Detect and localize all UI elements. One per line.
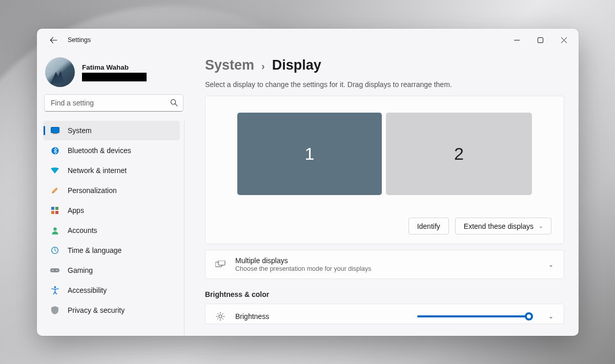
user-email-redacted [82, 73, 147, 81]
network-icon [50, 166, 59, 175]
personalization-icon [50, 186, 59, 195]
time-icon [50, 246, 59, 255]
bluetooth-icon [50, 146, 59, 155]
app-title: Settings [68, 36, 91, 44]
svg-point-1 [171, 99, 175, 104]
sidebar-item-label: Apps [68, 206, 84, 215]
svg-rect-3 [53, 134, 57, 134]
sidebar-item-privacy[interactable]: Privacy & security [43, 301, 180, 320]
identify-button[interactable]: Identify [408, 218, 449, 234]
sidebar-item-gaming[interactable]: Gaming [43, 261, 180, 280]
accessibility-icon [50, 286, 59, 295]
search-box[interactable] [44, 94, 183, 112]
brightness-slider[interactable] [417, 315, 530, 317]
page-subtext: Select a display to change the settings … [205, 80, 564, 89]
sidebar-item-personalization[interactable]: Personalization [43, 181, 180, 200]
sidebar-item-label: Time & language [68, 246, 121, 254]
monitor-canvas[interactable]: 1 2 [218, 113, 551, 195]
svg-rect-2 [51, 127, 59, 133]
sidebar-item-accessibility[interactable]: Accessibility [43, 281, 180, 300]
svg-rect-5 [51, 207, 54, 210]
display-arrangement-panel: 1 2 Identify Extend these displays ⌄ [205, 96, 564, 244]
system-icon [50, 126, 59, 135]
extend-label: Extend these displays [464, 222, 534, 230]
page-title: Display [272, 57, 321, 73]
sidebar-item-label: Gaming [68, 266, 93, 274]
svg-rect-17 [218, 261, 225, 265]
titlebar: Settings [37, 29, 579, 51]
chevron-down-icon: ⌄ [548, 313, 554, 320]
multiple-displays-icon [215, 261, 226, 269]
sidebar-item-label: Accessibility [68, 286, 107, 294]
close-icon [561, 37, 567, 43]
sidebar-item-label: System [68, 126, 92, 135]
svg-point-14 [56, 270, 57, 271]
gaming-icon [50, 266, 59, 275]
nav-list: System Bluetooth & devices Network & int… [43, 121, 184, 336]
sidebar-item-accounts[interactable]: Accounts [43, 221, 180, 240]
svg-rect-8 [55, 211, 58, 214]
svg-point-9 [53, 227, 56, 230]
brightness-label: Brightness [235, 312, 269, 320]
sidebar-item-label: Network & internet [68, 166, 127, 175]
svg-point-18 [219, 315, 222, 318]
apps-icon [50, 206, 59, 215]
sidebar-item-system[interactable]: System [43, 121, 180, 140]
svg-rect-7 [51, 211, 54, 214]
minimize-button[interactable] [505, 32, 528, 48]
user-name: Fatima Wahab [82, 63, 147, 71]
card-title: Multiple displays [235, 256, 371, 265]
sidebar-item-label: Accounts [68, 226, 97, 234]
brightness-card[interactable]: Brightness ⌄ [205, 304, 564, 324]
settings-window: Settings Fatima Wahab [37, 29, 579, 336]
sidebar-item-time[interactable]: Time & language [43, 241, 180, 260]
svg-rect-6 [55, 207, 58, 210]
main-content: System › Display Select a display to cha… [191, 51, 579, 336]
avatar [45, 57, 75, 87]
arrow-left-icon [50, 36, 57, 44]
sidebar-item-apps[interactable]: Apps [43, 201, 180, 220]
chevron-down-icon: ⌄ [548, 261, 554, 268]
sidebar-item-label: Privacy & security [68, 306, 125, 314]
maximize-button[interactable] [528, 32, 552, 48]
privacy-icon [50, 306, 59, 315]
back-button[interactable] [46, 33, 60, 47]
monitor-2[interactable]: 2 [386, 113, 532, 195]
multiple-displays-card[interactable]: Multiple displays Choose the presentatio… [205, 250, 564, 279]
accounts-icon [50, 226, 59, 235]
sidebar-item-bluetooth[interactable]: Bluetooth & devices [43, 141, 180, 160]
breadcrumb: System › Display [205, 57, 564, 73]
card-subtitle: Choose the presentation mode for your di… [235, 265, 371, 272]
close-button[interactable] [552, 32, 576, 48]
search-input[interactable] [44, 94, 183, 112]
monitor-1[interactable]: 1 [237, 113, 382, 195]
minimize-icon [514, 37, 520, 43]
sidebar-item-label: Bluetooth & devices [68, 146, 131, 155]
chevron-right-icon: › [261, 60, 265, 72]
breadcrumb-parent[interactable]: System [205, 57, 254, 73]
svg-point-15 [54, 286, 56, 288]
extend-mode-dropdown[interactable]: Extend these displays ⌄ [455, 218, 551, 234]
svg-rect-12 [50, 268, 59, 272]
user-profile[interactable]: Fatima Wahab [43, 55, 184, 94]
sidebar-item-label: Personalization [68, 186, 117, 195]
svg-rect-0 [538, 37, 543, 42]
identify-label: Identify [417, 222, 440, 230]
chevron-down-icon: ⌄ [539, 223, 543, 229]
maximize-icon [538, 37, 543, 43]
section-brightness-color: Brightness & color [205, 290, 564, 298]
sidebar: Fatima Wahab System Bluetooth & devices [37, 51, 191, 336]
svg-point-13 [52, 270, 53, 271]
search-icon [170, 99, 178, 106]
brightness-icon [215, 312, 226, 321]
sidebar-item-network[interactable]: Network & internet [43, 161, 180, 180]
